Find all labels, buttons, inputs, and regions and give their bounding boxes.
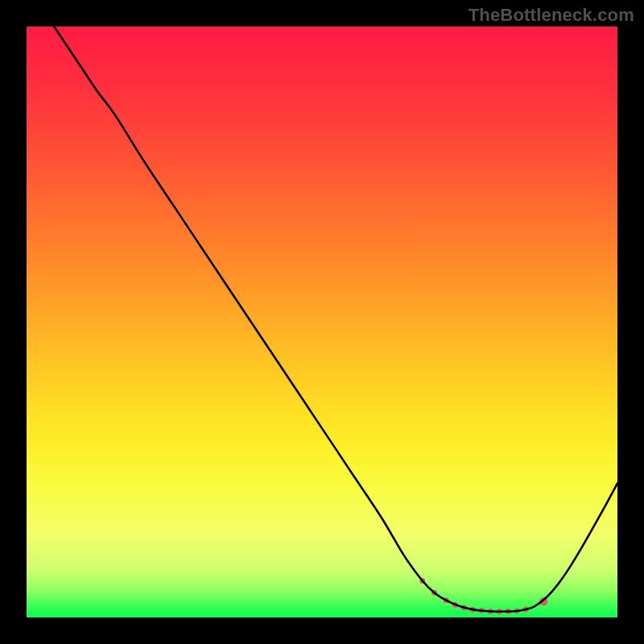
plot-area <box>27 27 617 617</box>
chart-container: TheBottleneck.com <box>0 0 644 644</box>
chart-svg <box>27 27 617 617</box>
watermark-text: TheBottleneck.com <box>469 5 634 26</box>
